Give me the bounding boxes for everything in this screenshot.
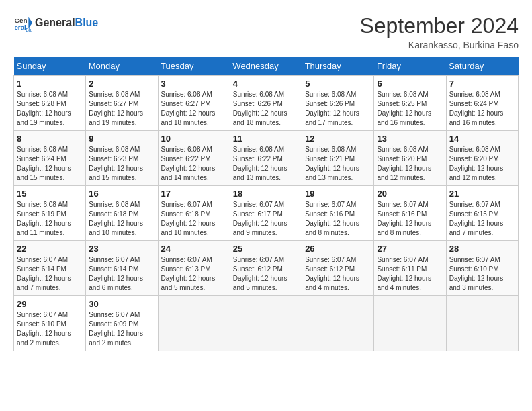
day-number: 22 (17, 244, 83, 254)
day-number: 21 (449, 189, 515, 199)
calendar-cell: 3 Sunrise: 6:08 AMSunset: 6:27 PMDayligh… (158, 76, 230, 131)
svg-text:Blue: Blue (26, 28, 32, 32)
calendar-cell: 2 Sunrise: 6:08 AMSunset: 6:27 PMDayligh… (86, 76, 158, 131)
calendar-cell: 13 Sunrise: 6:08 AMSunset: 6:20 PMDaylig… (374, 131, 446, 186)
weekday-header-monday: Monday (86, 57, 158, 76)
calendar-cell (158, 296, 230, 351)
calendar-cell: 21 Sunrise: 6:07 AMSunset: 6:15 PMDaylig… (446, 186, 518, 241)
day-info: Sunrise: 6:08 AMSunset: 6:22 PMDaylight:… (161, 145, 227, 183)
calendar-cell: 16 Sunrise: 6:08 AMSunset: 6:18 PMDaylig… (86, 186, 158, 241)
day-info: Sunrise: 6:08 AMSunset: 6:23 PMDaylight:… (89, 145, 154, 183)
day-info: Sunrise: 6:07 AMSunset: 6:14 PMDaylight:… (89, 255, 154, 293)
day-number: 12 (305, 134, 371, 144)
day-info: Sunrise: 6:08 AMSunset: 6:27 PMDaylight:… (89, 90, 154, 128)
day-info: Sunrise: 6:08 AMSunset: 6:22 PMDaylight:… (233, 145, 299, 183)
day-info: Sunrise: 6:08 AMSunset: 6:26 PMDaylight:… (233, 90, 299, 128)
day-number: 25 (233, 244, 299, 254)
title-block: September 2024 Karankasso, Burkina Faso (359, 13, 519, 50)
day-info: Sunrise: 6:07 AMSunset: 6:10 PMDaylight:… (17, 310, 83, 348)
day-number: 28 (449, 244, 515, 254)
calendar-week-row: 8 Sunrise: 6:08 AMSunset: 6:24 PMDayligh… (14, 131, 519, 186)
logo: Gen eral Blue GeneralBlue (13, 13, 98, 32)
calendar-cell: 5 Sunrise: 6:08 AMSunset: 6:26 PMDayligh… (302, 76, 374, 131)
calendar-cell: 14 Sunrise: 6:08 AMSunset: 6:20 PMDaylig… (446, 131, 518, 186)
day-info: Sunrise: 6:07 AMSunset: 6:18 PMDaylight:… (161, 200, 227, 238)
day-info: Sunrise: 6:08 AMSunset: 6:18 PMDaylight:… (89, 200, 154, 238)
day-number: 3 (161, 79, 227, 89)
day-number: 23 (89, 244, 154, 254)
day-info: Sunrise: 6:08 AMSunset: 6:20 PMDaylight:… (377, 145, 443, 183)
day-number: 29 (17, 299, 83, 309)
day-number: 17 (161, 189, 227, 199)
calendar-cell: 1 Sunrise: 6:08 AMSunset: 6:28 PMDayligh… (14, 76, 86, 131)
day-info: Sunrise: 6:07 AMSunset: 6:13 PMDaylight:… (161, 255, 227, 293)
calendar-cell: 17 Sunrise: 6:07 AMSunset: 6:18 PMDaylig… (158, 186, 230, 241)
weekday-header-wednesday: Wednesday (230, 57, 302, 76)
calendar-cell: 23 Sunrise: 6:07 AMSunset: 6:14 PMDaylig… (86, 241, 158, 296)
weekday-header-thursday: Thursday (302, 57, 374, 76)
day-number: 1 (17, 79, 83, 89)
calendar-cell: 7 Sunrise: 6:08 AMSunset: 6:24 PMDayligh… (446, 76, 518, 131)
day-info: Sunrise: 6:07 AMSunset: 6:14 PMDaylight:… (17, 255, 83, 293)
day-number: 14 (449, 134, 515, 144)
day-info: Sunrise: 6:07 AMSunset: 6:11 PMDaylight:… (377, 255, 443, 293)
calendar-week-row: 22 Sunrise: 6:07 AMSunset: 6:14 PMDaylig… (14, 241, 519, 296)
calendar-table: SundayMondayTuesdayWednesdayThursdayFrid… (13, 57, 519, 351)
calendar-cell: 20 Sunrise: 6:07 AMSunset: 6:16 PMDaylig… (374, 186, 446, 241)
calendar-week-row: 1 Sunrise: 6:08 AMSunset: 6:28 PMDayligh… (14, 76, 519, 131)
calendar-cell: 22 Sunrise: 6:07 AMSunset: 6:14 PMDaylig… (14, 241, 86, 296)
weekday-header-sunday: Sunday (14, 57, 86, 76)
calendar-cell: 28 Sunrise: 6:07 AMSunset: 6:10 PMDaylig… (446, 241, 518, 296)
day-number: 18 (233, 189, 299, 199)
calendar-cell: 12 Sunrise: 6:08 AMSunset: 6:21 PMDaylig… (302, 131, 374, 186)
day-info: Sunrise: 6:07 AMSunset: 6:15 PMDaylight:… (449, 200, 515, 238)
day-info: Sunrise: 6:08 AMSunset: 6:21 PMDaylight:… (305, 145, 371, 183)
day-info: Sunrise: 6:07 AMSunset: 6:12 PMDaylight:… (305, 255, 371, 293)
calendar-cell (374, 296, 446, 351)
weekday-header-saturday: Saturday (446, 57, 518, 76)
day-number: 2 (89, 79, 154, 89)
day-info: Sunrise: 6:08 AMSunset: 6:24 PMDaylight:… (449, 90, 515, 128)
day-info: Sunrise: 6:07 AMSunset: 6:09 PMDaylight:… (89, 310, 154, 348)
calendar-cell: 27 Sunrise: 6:07 AMSunset: 6:11 PMDaylig… (374, 241, 446, 296)
day-number: 8 (17, 134, 83, 144)
calendar-cell: 30 Sunrise: 6:07 AMSunset: 6:09 PMDaylig… (86, 296, 158, 351)
day-number: 30 (89, 299, 154, 309)
day-number: 6 (377, 79, 443, 89)
day-info: Sunrise: 6:08 AMSunset: 6:26 PMDaylight:… (305, 90, 371, 128)
weekday-header-row: SundayMondayTuesdayWednesdayThursdayFrid… (14, 57, 519, 76)
day-number: 19 (305, 189, 371, 199)
calendar-cell: 10 Sunrise: 6:08 AMSunset: 6:22 PMDaylig… (158, 131, 230, 186)
calendar-cell: 18 Sunrise: 6:07 AMSunset: 6:17 PMDaylig… (230, 186, 302, 241)
day-info: Sunrise: 6:08 AMSunset: 6:20 PMDaylight:… (449, 145, 515, 183)
day-info: Sunrise: 6:08 AMSunset: 6:19 PMDaylight:… (17, 200, 83, 238)
calendar-cell: 9 Sunrise: 6:08 AMSunset: 6:23 PMDayligh… (86, 131, 158, 186)
day-number: 27 (377, 244, 443, 254)
svg-text:eral: eral (14, 24, 26, 31)
day-number: 13 (377, 134, 443, 144)
day-info: Sunrise: 6:07 AMSunset: 6:17 PMDaylight:… (233, 200, 299, 238)
day-number: 5 (305, 79, 371, 89)
day-number: 4 (233, 79, 299, 89)
calendar-week-row: 15 Sunrise: 6:08 AMSunset: 6:19 PMDaylig… (14, 186, 519, 241)
calendar-cell (446, 296, 518, 351)
day-number: 10 (161, 134, 227, 144)
calendar-cell: 19 Sunrise: 6:07 AMSunset: 6:16 PMDaylig… (302, 186, 374, 241)
calendar-cell: 26 Sunrise: 6:07 AMSunset: 6:12 PMDaylig… (302, 241, 374, 296)
day-info: Sunrise: 6:08 AMSunset: 6:24 PMDaylight:… (17, 145, 83, 183)
day-info: Sunrise: 6:08 AMSunset: 6:25 PMDaylight:… (377, 90, 443, 128)
day-info: Sunrise: 6:07 AMSunset: 6:16 PMDaylight:… (377, 200, 443, 238)
weekday-header-tuesday: Tuesday (158, 57, 230, 76)
page-header: Gen eral Blue GeneralBlue September 2024… (13, 13, 519, 50)
day-info: Sunrise: 6:07 AMSunset: 6:10 PMDaylight:… (449, 255, 515, 293)
calendar-cell: 11 Sunrise: 6:08 AMSunset: 6:22 PMDaylig… (230, 131, 302, 186)
day-number: 24 (161, 244, 227, 254)
day-info: Sunrise: 6:08 AMSunset: 6:27 PMDaylight:… (161, 90, 227, 128)
calendar-cell: 25 Sunrise: 6:07 AMSunset: 6:12 PMDaylig… (230, 241, 302, 296)
day-number: 11 (233, 134, 299, 144)
day-number: 26 (305, 244, 371, 254)
day-number: 9 (89, 134, 154, 144)
logo-text: GeneralBlue (35, 17, 98, 29)
day-number: 20 (377, 189, 443, 199)
calendar-cell: 6 Sunrise: 6:08 AMSunset: 6:25 PMDayligh… (374, 76, 446, 131)
